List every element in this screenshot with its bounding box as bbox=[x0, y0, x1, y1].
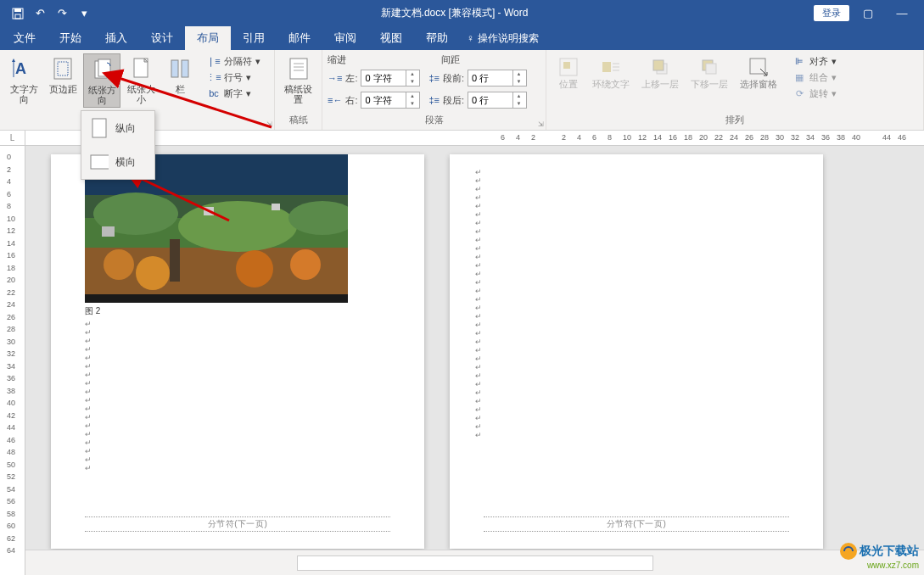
svg-rect-22 bbox=[653, 60, 664, 70]
paragraph-mark: ↵ bbox=[475, 397, 482, 405]
selection-pane-button[interactable]: 选择窗格 bbox=[735, 53, 782, 91]
align-label: 对齐 bbox=[809, 55, 828, 68]
orientation-portrait[interactable]: 纵向 bbox=[81, 111, 154, 145]
manuscript-label: 稿纸设置 bbox=[283, 84, 313, 104]
page-2: ↵ ↵ ↵ ↵ ↵ ↵ ↵ ↵ ↵ ↵ ↵ ↵ ↵ ↵ ↵ ↵ ↵ ↵ ↵ ↵ … bbox=[450, 154, 823, 549]
tab-selector[interactable]: L bbox=[0, 131, 25, 146]
paragraph-mark: ↵ bbox=[85, 421, 92, 430]
paragraph-mark: ↵ bbox=[475, 346, 482, 354]
breaks-icon: ❘≡ bbox=[207, 54, 221, 68]
login-button[interactable]: 登录 bbox=[814, 5, 849, 21]
paragraph-mark: ↵ bbox=[475, 422, 482, 431]
tab-review[interactable]: 审阅 bbox=[322, 26, 368, 50]
paragraph-mark: ↵ bbox=[475, 388, 482, 397]
text-direction-icon: A bbox=[10, 55, 37, 82]
paragraph-mark: ↵ bbox=[85, 345, 92, 354]
breaks-button[interactable]: ❘≡分隔符 ▾ bbox=[204, 53, 264, 69]
tab-help[interactable]: 帮助 bbox=[414, 26, 460, 50]
paragraph-mark: ↵ bbox=[85, 388, 92, 396]
space-after-input[interactable] bbox=[468, 95, 512, 105]
svg-rect-45 bbox=[204, 207, 214, 215]
document-area[interactable]: 图 2 ↵ ↵ ↵ ↵ ↵ ↵ ↵ ↵ ↵ ↵ ↵ ↵ ↵ ↵ ↵ ↵ ↵ ↵ … bbox=[25, 146, 924, 550]
line-numbers-button[interactable]: ⋮≡行号 ▾ bbox=[204, 70, 264, 85]
indent-right-input[interactable] bbox=[361, 95, 406, 105]
arrange-group-label: 排列 bbox=[552, 114, 918, 128]
text-direction-button[interactable]: A 文字方向 bbox=[5, 53, 42, 106]
horizontal-ruler[interactable]: 6422468101214161820222426283032343638404… bbox=[25, 131, 924, 146]
manuscript-icon bbox=[285, 55, 312, 82]
backward-label: 下移一层 bbox=[691, 79, 728, 89]
margins-button[interactable]: 页边距 bbox=[44, 53, 81, 96]
tab-home[interactable]: 开始 bbox=[48, 26, 93, 50]
svg-rect-44 bbox=[102, 226, 115, 237]
align-button[interactable]: ⊫对齐 ▾ bbox=[789, 53, 840, 69]
tab-references[interactable]: 引用 bbox=[231, 26, 277, 50]
indent-left-label: 左: bbox=[345, 72, 357, 85]
paragraph-mark: ↵ bbox=[85, 464, 92, 472]
watermark: 极光下载站 www.xz7.com bbox=[839, 542, 919, 570]
space-after-spinner[interactable]: ▲▼ bbox=[468, 92, 527, 109]
tell-me-search[interactable]: ♀ 操作说明搜索 bbox=[460, 26, 539, 50]
rotate-button[interactable]: ⟳旋转 ▾ bbox=[789, 86, 840, 101]
landscape-icon bbox=[90, 150, 109, 174]
orientation-icon bbox=[88, 56, 115, 83]
paragraph-mark: ↵ bbox=[85, 447, 92, 455]
paragraph-mark: ↵ bbox=[475, 431, 482, 439]
space-before-input[interactable] bbox=[468, 73, 512, 83]
undo-icon[interactable]: ↶ bbox=[29, 3, 51, 25]
margins-icon bbox=[49, 55, 76, 82]
tab-view[interactable]: 视图 bbox=[368, 26, 414, 50]
send-backward-button[interactable]: 下移一层 bbox=[686, 53, 733, 91]
wrap-button[interactable]: 环绕文字 bbox=[587, 53, 635, 91]
spacing-header: 间距 bbox=[441, 53, 460, 66]
position-button[interactable]: 位置 bbox=[552, 53, 585, 91]
vertical-ruler[interactable]: 0246810121416182022242628303234363840424… bbox=[0, 146, 25, 575]
page-setup-launcher[interactable]: ⇲ bbox=[266, 120, 272, 128]
ribbon-display-icon[interactable]: ▢ bbox=[853, 3, 883, 25]
svg-rect-17 bbox=[602, 62, 611, 72]
save-icon[interactable] bbox=[7, 3, 29, 25]
status-box[interactable] bbox=[297, 555, 653, 571]
indent-right-spinner[interactable]: ▲▼ bbox=[361, 92, 420, 109]
paragraph-mark: ↵ bbox=[475, 312, 482, 321]
hyphenation-button[interactable]: bc断字 ▾ bbox=[204, 86, 264, 101]
orientation-landscape[interactable]: 横向 bbox=[81, 145, 154, 179]
tab-file[interactable]: 文件 bbox=[2, 26, 48, 50]
columns-icon bbox=[166, 55, 193, 82]
paragraph-mark: ↵ bbox=[85, 354, 92, 362]
group-objects-button[interactable]: ▦组合 ▾ bbox=[789, 70, 840, 85]
paragraph-mark: ↵ bbox=[85, 371, 92, 379]
svg-rect-16 bbox=[563, 62, 570, 69]
paragraph-mark: ↵ bbox=[475, 354, 482, 363]
paragraph-mark: ↵ bbox=[475, 278, 482, 287]
bring-forward-button[interactable]: 上移一层 bbox=[636, 53, 684, 91]
size-button[interactable]: 纸张大小 bbox=[122, 53, 160, 106]
svg-rect-31 bbox=[91, 155, 109, 169]
paragraph-mark: ↵ bbox=[475, 287, 482, 295]
manuscript-settings-button[interactable]: 稿纸设置 bbox=[280, 53, 316, 106]
paragraph-mark: ↵ bbox=[475, 321, 482, 329]
group-manuscript: 稿纸设置 稿纸 bbox=[275, 50, 322, 130]
paragraph-mark: ↵ bbox=[475, 202, 482, 210]
space-before-spinner[interactable]: ▲▼ bbox=[468, 70, 527, 87]
qat-more-icon[interactable]: ▾ bbox=[73, 3, 95, 25]
paragraph-launcher[interactable]: ⇲ bbox=[538, 120, 544, 128]
indent-left-spinner[interactable]: ▲▼ bbox=[361, 70, 420, 87]
columns-button[interactable]: 栏 bbox=[161, 53, 199, 96]
paragraph-mark: ↵ bbox=[475, 414, 482, 422]
indent-left-icon: →≡ bbox=[328, 73, 342, 83]
svg-text:A: A bbox=[15, 60, 26, 77]
redo-icon[interactable]: ↷ bbox=[51, 3, 73, 25]
minimize-icon[interactable]: — bbox=[887, 3, 917, 25]
tab-mailings[interactable]: 邮件 bbox=[277, 26, 322, 50]
indent-left-input[interactable] bbox=[361, 73, 406, 83]
tab-insert[interactable]: 插入 bbox=[93, 26, 139, 50]
orientation-button[interactable]: 纸张方向 bbox=[83, 53, 120, 108]
tab-design[interactable]: 设计 bbox=[139, 26, 185, 50]
svg-rect-46 bbox=[272, 204, 280, 210]
section-break-2: 分节符(下一页) bbox=[484, 516, 789, 532]
paragraph-mark: ↵ bbox=[475, 168, 482, 176]
tab-layout[interactable]: 布局 bbox=[185, 26, 231, 50]
portrait-label: 纵向 bbox=[115, 121, 136, 136]
paragraph-mark: ↵ bbox=[475, 371, 482, 380]
